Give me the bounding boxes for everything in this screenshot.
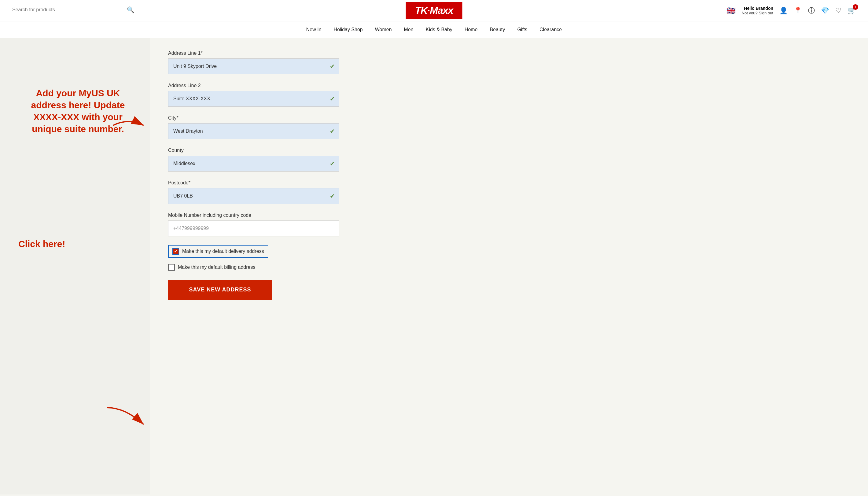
main-nav: New In Holiday Shop Women Men Kids & Bab…	[0, 21, 868, 38]
default-delivery-label: Make this my default delivery address	[182, 249, 264, 254]
cart-badge: 1	[853, 4, 858, 10]
nav-new-in[interactable]: New In	[306, 27, 322, 32]
sidebar-annotations: Add your MyUS UK address here! Update XX…	[0, 38, 150, 495]
address-line2-input[interactable]	[168, 91, 339, 107]
postcode-check-icon: ✔	[330, 192, 335, 200]
postcode-group: Postcode* ✔	[168, 180, 339, 204]
address-form: Address Line 1* ✔ Address Line 2 ✔ City*…	[150, 38, 364, 495]
address-line2-label: Address Line 2	[168, 83, 339, 88]
location-icon[interactable]: 📍	[794, 7, 802, 15]
city-check-icon: ✔	[330, 127, 335, 135]
click-here-text: Click here!	[18, 239, 65, 249]
city-label: City*	[168, 115, 339, 121]
nav-men[interactable]: Men	[404, 27, 414, 32]
wishlist-icon[interactable]: ♡	[835, 7, 841, 15]
county-group: County ✔	[168, 148, 339, 172]
mobile-label: Mobile Number including country code	[168, 213, 339, 218]
postcode-label: Postcode*	[168, 180, 339, 186]
default-billing-label: Make this my default billing address	[178, 264, 255, 270]
mobile-input[interactable]	[168, 220, 339, 236]
county-label: County	[168, 148, 339, 153]
city-group: City* ✔	[168, 115, 339, 139]
address-line2-wrapper: ✔	[168, 91, 339, 107]
address-line1-check-icon: ✔	[330, 63, 335, 70]
main-content: Add your MyUS UK address here! Update XX…	[0, 38, 868, 495]
postcode-input[interactable]	[168, 188, 339, 204]
nav-beauty[interactable]: Beauty	[490, 27, 505, 32]
help-icon[interactable]: ⓘ	[808, 6, 815, 15]
search-input[interactable]	[12, 7, 127, 13]
mobile-group: Mobile Number including country code	[168, 213, 339, 236]
nav-gifts[interactable]: Gifts	[517, 27, 527, 32]
county-wrapper: ✔	[168, 156, 339, 172]
address-line1-input[interactable]	[168, 58, 339, 74]
site-logo[interactable]: TK·Maxx	[406, 2, 463, 19]
nav-women[interactable]: Women	[375, 27, 392, 32]
nav-holiday-shop[interactable]: Holiday Shop	[334, 27, 363, 32]
logo-text: TK·Maxx	[415, 5, 453, 16]
nav-home[interactable]: Home	[465, 27, 478, 32]
save-address-button[interactable]: SAVE NEW ADDRESS	[168, 280, 272, 300]
address-line1-group: Address Line 1* ✔	[168, 50, 339, 74]
default-delivery-row[interactable]: ✓ Make this my default delivery address	[168, 245, 268, 258]
address-line2-check-icon: ✔	[330, 95, 335, 103]
nav-clearance[interactable]: Clearance	[540, 27, 562, 32]
signout-link[interactable]: Not you? Sign out	[742, 11, 773, 15]
site-header: 🔍 TK·Maxx 🇬🇧 Hello Brandon Not you? Sign…	[0, 0, 868, 38]
search-area: 🔍	[12, 6, 134, 15]
mobile-wrapper	[168, 220, 339, 236]
rewards-icon[interactable]: 💎	[821, 7, 829, 15]
user-greeting: Hello Brandon Not you? Sign out	[742, 6, 773, 15]
county-check-icon: ✔	[330, 160, 335, 167]
address-line1-wrapper: ✔	[168, 58, 339, 74]
default-delivery-checkbox[interactable]: ✓	[172, 248, 179, 255]
search-icon[interactable]: 🔍	[127, 6, 134, 13]
city-input[interactable]	[168, 123, 339, 139]
arrow-1	[110, 116, 147, 136]
address-line1-label: Address Line 1*	[168, 50, 339, 56]
postcode-wrapper: ✔	[168, 188, 339, 204]
county-input[interactable]	[168, 156, 339, 172]
default-billing-checkbox[interactable]	[168, 264, 175, 270]
flag-icon[interactable]: 🇬🇧	[726, 6, 736, 15]
address-line2-group: Address Line 2 ✔	[168, 83, 339, 107]
arrow-2	[104, 405, 147, 430]
header-right: 🇬🇧 Hello Brandon Not you? Sign out 👤 📍 ⓘ…	[726, 6, 856, 15]
greeting-hello: Hello Brandon	[742, 6, 773, 11]
city-wrapper: ✔	[168, 123, 339, 139]
click-here-box: Click here!	[18, 239, 138, 249]
default-billing-row[interactable]: Make this my default billing address	[168, 264, 339, 270]
cart-icon[interactable]: 🛒 1	[848, 7, 856, 15]
user-icon[interactable]: 👤	[779, 7, 788, 15]
nav-kids-baby[interactable]: Kids & Baby	[426, 27, 452, 32]
